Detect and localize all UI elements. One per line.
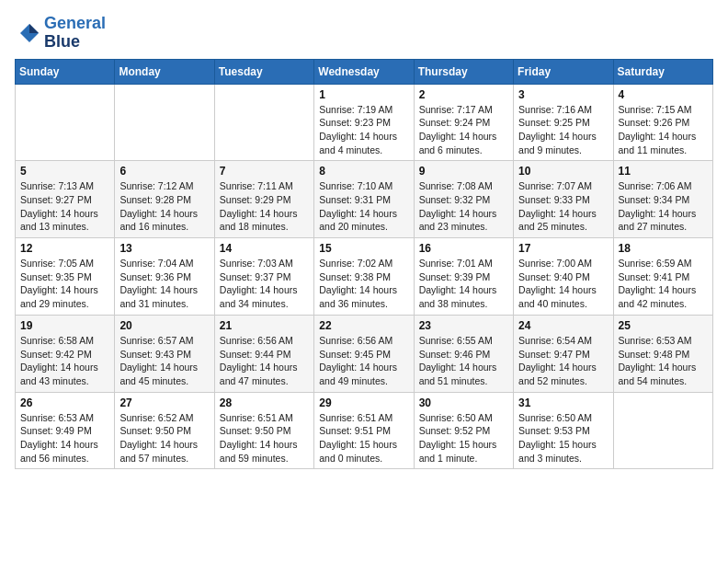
day-detail: Sunrise: 7:06 AM Sunset: 9:34 PM Dayligh…	[619, 179, 708, 234]
calendar-cell: 16Sunrise: 7:01 AM Sunset: 9:39 PM Dayli…	[414, 238, 513, 316]
calendar-cell	[214, 84, 313, 161]
calendar-cell: 22Sunrise: 6:56 AM Sunset: 9:45 PM Dayli…	[314, 315, 414, 392]
weekday-header: Tuesday	[214, 59, 313, 84]
day-number: 2	[419, 88, 508, 101]
day-detail: Sunrise: 6:53 AM Sunset: 9:49 PM Dayligh…	[20, 411, 109, 465]
day-number: 12	[20, 242, 109, 255]
day-detail: Sunrise: 7:00 AM Sunset: 9:40 PM Dayligh…	[518, 257, 608, 311]
day-detail: Sunrise: 6:52 AM Sunset: 9:50 PM Dayligh…	[119, 411, 209, 465]
day-number: 21	[220, 319, 309, 332]
weekday-header: Saturday	[613, 59, 712, 84]
day-number: 25	[619, 319, 708, 332]
calendar-cell: 29Sunrise: 6:51 AM Sunset: 9:51 PM Dayli…	[314, 392, 414, 469]
day-number: 28	[220, 396, 309, 409]
calendar-row: 5Sunrise: 7:13 AM Sunset: 9:27 PM Daylig…	[16, 161, 713, 238]
calendar-cell: 17Sunrise: 7:00 AM Sunset: 9:40 PM Dayli…	[514, 238, 613, 316]
day-number: 26	[20, 396, 109, 409]
calendar-cell: 7Sunrise: 7:11 AM Sunset: 9:29 PM Daylig…	[214, 161, 313, 238]
calendar-cell: 6Sunrise: 7:12 AM Sunset: 9:28 PM Daylig…	[115, 161, 214, 238]
weekday-header: Monday	[115, 59, 214, 84]
calendar-cell	[115, 84, 214, 161]
calendar-cell: 24Sunrise: 6:54 AM Sunset: 9:47 PM Dayli…	[514, 315, 613, 392]
day-number: 4	[619, 88, 708, 101]
svg-marker-1	[29, 24, 39, 33]
calendar-cell: 27Sunrise: 6:52 AM Sunset: 9:50 PM Dayli…	[115, 392, 214, 469]
day-number: 18	[619, 242, 708, 255]
day-detail: Sunrise: 7:07 AM Sunset: 9:33 PM Dayligh…	[518, 179, 608, 234]
calendar-cell: 20Sunrise: 6:57 AM Sunset: 9:43 PM Dayli…	[115, 315, 214, 392]
calendar-row: 19Sunrise: 6:58 AM Sunset: 9:42 PM Dayli…	[16, 315, 713, 392]
day-number: 10	[518, 165, 608, 178]
day-detail: Sunrise: 7:17 AM Sunset: 9:24 PM Dayligh…	[419, 103, 508, 157]
calendar-cell: 8Sunrise: 7:10 AM Sunset: 9:31 PM Daylig…	[314, 161, 414, 238]
day-detail: Sunrise: 6:54 AM Sunset: 9:47 PM Dayligh…	[518, 334, 608, 388]
calendar-row: 26Sunrise: 6:53 AM Sunset: 9:49 PM Dayli…	[16, 392, 713, 469]
calendar-cell: 2Sunrise: 7:17 AM Sunset: 9:24 PM Daylig…	[414, 84, 513, 161]
day-number: 3	[518, 88, 608, 101]
day-number: 6	[119, 165, 209, 178]
calendar-cell: 31Sunrise: 6:50 AM Sunset: 9:53 PM Dayli…	[514, 392, 613, 469]
calendar-cell: 18Sunrise: 6:59 AM Sunset: 9:41 PM Dayli…	[613, 238, 712, 316]
day-detail: Sunrise: 7:19 AM Sunset: 9:23 PM Dayligh…	[319, 103, 408, 157]
calendar-cell: 30Sunrise: 6:50 AM Sunset: 9:52 PM Dayli…	[414, 392, 513, 469]
calendar-cell: 15Sunrise: 7:02 AM Sunset: 9:38 PM Dayli…	[314, 238, 414, 316]
day-number: 9	[419, 165, 508, 178]
day-detail: Sunrise: 6:51 AM Sunset: 9:50 PM Dayligh…	[220, 411, 309, 465]
day-detail: Sunrise: 7:16 AM Sunset: 9:25 PM Dayligh…	[518, 103, 608, 157]
day-number: 16	[419, 242, 508, 255]
day-number: 14	[220, 242, 309, 255]
calendar-row: 12Sunrise: 7:05 AM Sunset: 9:35 PM Dayli…	[16, 238, 713, 316]
calendar-cell: 13Sunrise: 7:04 AM Sunset: 9:36 PM Dayli…	[115, 238, 214, 316]
calendar-cell: 10Sunrise: 7:07 AM Sunset: 9:33 PM Dayli…	[514, 161, 613, 238]
day-detail: Sunrise: 6:57 AM Sunset: 9:43 PM Dayligh…	[119, 334, 209, 388]
day-detail: Sunrise: 7:05 AM Sunset: 9:35 PM Dayligh…	[20, 257, 109, 311]
calendar-cell: 5Sunrise: 7:13 AM Sunset: 9:27 PM Daylig…	[16, 161, 115, 238]
day-number: 1	[319, 88, 408, 101]
logo: General Blue	[15, 15, 106, 52]
calendar-cell: 3Sunrise: 7:16 AM Sunset: 9:25 PM Daylig…	[514, 84, 613, 161]
day-detail: Sunrise: 7:04 AM Sunset: 9:36 PM Dayligh…	[119, 257, 209, 311]
day-number: 24	[518, 319, 608, 332]
day-number: 7	[220, 165, 309, 178]
calendar-cell: 28Sunrise: 6:51 AM Sunset: 9:50 PM Dayli…	[214, 392, 313, 469]
weekday-header: Thursday	[414, 59, 513, 84]
day-detail: Sunrise: 6:51 AM Sunset: 9:51 PM Dayligh…	[319, 411, 408, 465]
calendar-cell: 11Sunrise: 7:06 AM Sunset: 9:34 PM Dayli…	[613, 161, 712, 238]
day-number: 30	[419, 396, 508, 409]
day-number: 19	[20, 319, 109, 332]
weekday-header: Sunday	[16, 59, 115, 84]
calendar-cell: 14Sunrise: 7:03 AM Sunset: 9:37 PM Dayli…	[214, 238, 313, 316]
weekday-header: Friday	[514, 59, 613, 84]
calendar-cell	[16, 84, 115, 161]
day-number: 22	[319, 319, 408, 332]
day-detail: Sunrise: 6:58 AM Sunset: 9:42 PM Dayligh…	[20, 334, 109, 388]
calendar-table: SundayMondayTuesdayWednesdayThursdayFrid…	[15, 59, 713, 470]
day-number: 5	[20, 165, 109, 178]
header: General Blue	[15, 15, 713, 52]
day-detail: Sunrise: 7:08 AM Sunset: 9:32 PM Dayligh…	[419, 179, 508, 234]
day-number: 15	[319, 242, 408, 255]
day-detail: Sunrise: 6:56 AM Sunset: 9:45 PM Dayligh…	[319, 334, 408, 388]
logo-text: General Blue	[44, 15, 106, 52]
day-number: 31	[518, 396, 608, 409]
day-detail: Sunrise: 7:03 AM Sunset: 9:37 PM Dayligh…	[220, 257, 309, 311]
calendar-cell: 9Sunrise: 7:08 AM Sunset: 9:32 PM Daylig…	[414, 161, 513, 238]
day-number: 23	[419, 319, 508, 332]
day-detail: Sunrise: 6:56 AM Sunset: 9:44 PM Dayligh…	[220, 334, 309, 388]
calendar-cell: 12Sunrise: 7:05 AM Sunset: 9:35 PM Dayli…	[16, 238, 115, 316]
weekday-header: Wednesday	[314, 59, 414, 84]
calendar-cell: 4Sunrise: 7:15 AM Sunset: 9:26 PM Daylig…	[613, 84, 712, 161]
day-detail: Sunrise: 6:59 AM Sunset: 9:41 PM Dayligh…	[619, 257, 708, 311]
day-number: 20	[119, 319, 209, 332]
day-detail: Sunrise: 6:50 AM Sunset: 9:53 PM Dayligh…	[518, 411, 608, 465]
day-detail: Sunrise: 7:15 AM Sunset: 9:26 PM Dayligh…	[619, 103, 708, 157]
day-detail: Sunrise: 7:13 AM Sunset: 9:27 PM Dayligh…	[20, 179, 109, 234]
day-number: 17	[518, 242, 608, 255]
calendar-cell: 1Sunrise: 7:19 AM Sunset: 9:23 PM Daylig…	[314, 84, 414, 161]
day-detail: Sunrise: 7:02 AM Sunset: 9:38 PM Dayligh…	[319, 257, 408, 311]
day-detail: Sunrise: 7:01 AM Sunset: 9:39 PM Dayligh…	[419, 257, 508, 311]
day-detail: Sunrise: 6:55 AM Sunset: 9:46 PM Dayligh…	[419, 334, 508, 388]
day-number: 8	[319, 165, 408, 178]
day-number: 27	[119, 396, 209, 409]
logo-icon	[15, 20, 40, 46]
